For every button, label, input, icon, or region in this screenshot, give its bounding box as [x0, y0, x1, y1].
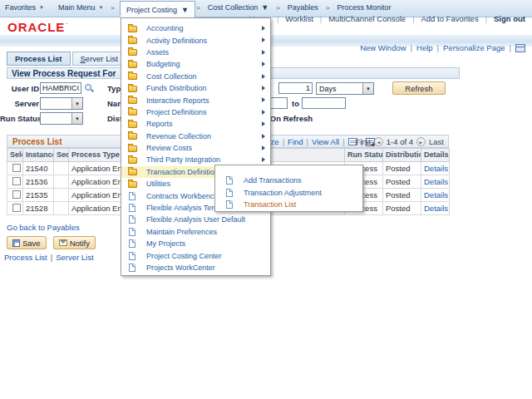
breadcrumb-favorites[interactable]: Favorites▼	[5, 3, 44, 12]
breadcrumb-process-monitor[interactable]: Process Monitor	[337, 3, 392, 12]
menu-item[interactable]: Maintain Preferences	[121, 226, 270, 238]
folder-icon	[128, 145, 137, 152]
select-checkbox[interactable]	[12, 177, 21, 185]
breadcrumb-payables[interactable]: Payables	[288, 3, 318, 12]
menu-item-label: Interactive Reports	[146, 96, 209, 105]
breadcrumb-label: Project Costing	[126, 6, 177, 14]
tab-process-list[interactable]: Process List	[7, 52, 71, 66]
save-button[interactable]: Save	[7, 236, 47, 249]
personalize-page-link[interactable]: Personalize Page	[443, 43, 505, 52]
submenu-item[interactable]: Add Transactions	[215, 175, 362, 187]
menu-item-label: Budgeting	[146, 60, 180, 68]
go-back-link[interactable]: Go back to Payables	[7, 223, 80, 232]
submenu-item[interactable]: Transaction Adjustment	[215, 187, 362, 200]
find-link[interactable]: Find	[288, 137, 303, 146]
menu-item-label: Assets	[146, 48, 169, 57]
next-page-icon[interactable]: ▶	[416, 137, 426, 146]
pagination-first-label: First	[355, 137, 370, 146]
select-checkbox[interactable]	[12, 204, 21, 212]
server-list-link[interactable]: Server List	[56, 253, 93, 262]
divider: |	[437, 43, 439, 52]
select-checkbox[interactable]	[12, 164, 21, 172]
menu-item[interactable]: Cost Collection	[121, 71, 270, 82]
breadcrumb-separator: >	[111, 4, 115, 12]
interval-select[interactable]: Days ▼	[316, 82, 374, 95]
submenu-arrow-icon	[262, 134, 265, 139]
menu-item[interactable]: Revenue Collection	[121, 131, 270, 142]
user-id-input[interactable]	[40, 82, 81, 94]
server-select[interactable]: ▼	[40, 97, 83, 110]
menu-item[interactable]: Review Costs	[121, 142, 270, 154]
breadcrumb-cost-collection[interactable]: Cost Collection▼	[208, 3, 268, 12]
view-all-link[interactable]: View All	[312, 137, 339, 146]
document-icon	[129, 252, 135, 260]
pagination-range: 1-4 of 4	[387, 137, 413, 146]
menu-item[interactable]: Flexible Analysis User Default	[121, 214, 270, 225]
chevron-down-icon: ▼	[362, 83, 373, 94]
select-checkbox[interactable]	[12, 190, 21, 199]
menu-item-label: Reports	[146, 120, 173, 128]
details-link[interactable]: Details	[424, 177, 448, 186]
save-disk-icon	[12, 239, 20, 247]
submenu-item-label: Transaction List	[244, 200, 296, 209]
submenu-arrow-icon	[262, 110, 265, 115]
submenu-item[interactable]: Transaction List	[215, 199, 362, 211]
instance-to-input[interactable]	[302, 97, 346, 109]
menu-item[interactable]: Assets	[121, 47, 270, 58]
add-to-favorites-link[interactable]: Add to Favorites	[421, 14, 478, 23]
chevron-down-icon: ▼	[71, 98, 82, 109]
multichannel-console-link[interactable]: MultiChannel Console	[328, 14, 406, 23]
oracle-logo: ORACLE´	[7, 20, 68, 34]
new-window-link[interactable]: New Window	[360, 43, 406, 52]
breadcrumb-main-menu[interactable]: Main Menu▼	[58, 3, 103, 12]
divider: |	[283, 137, 284, 146]
refresh-button[interactable]: Refresh	[392, 81, 446, 95]
interval-select-value: Days	[317, 85, 362, 93]
tab-label: Server List	[81, 54, 118, 63]
cell-select	[7, 202, 23, 215]
breadcrumb-separator: >	[326, 4, 330, 12]
menu-item[interactable]: Projects WorkCenter	[121, 262, 270, 273]
user-id-lookup-icon[interactable]	[84, 83, 94, 93]
details-link[interactable]: Details	[424, 190, 448, 200]
folder-icon	[128, 86, 137, 92]
menu-item[interactable]: Accounting	[121, 22, 270, 34]
divider: |	[510, 43, 511, 52]
menu-item[interactable]: Funds Distribution	[121, 82, 270, 94]
submenu-arrow-icon	[262, 157, 265, 162]
breadcrumb-project-costing-open[interactable]: Project Costing▼	[120, 1, 195, 17]
run-status-select[interactable]: ▼	[40, 112, 83, 125]
worklist-link[interactable]: Worklist	[285, 14, 313, 23]
notify-button[interactable]: Notify	[53, 236, 96, 249]
last-value-input[interactable]	[278, 82, 313, 94]
details-link[interactable]: Details	[424, 204, 448, 213]
submenu-arrow-icon	[262, 50, 265, 55]
folder-icon	[128, 37, 137, 44]
divider: |	[411, 43, 412, 52]
previous-page-icon[interactable]: ◀	[374, 137, 383, 146]
cell-seq	[54, 202, 69, 215]
help-link[interactable]: Help	[416, 43, 433, 52]
breadcrumb-label: Main Menu	[58, 3, 96, 12]
new-window-grid-icon[interactable]	[515, 44, 525, 52]
process-list-link[interactable]: Process List	[4, 253, 47, 262]
save-button-label: Save	[22, 239, 41, 248]
menu-item[interactable]: Project Costing Center	[121, 249, 270, 261]
run-status-label: Run Status	[0, 114, 39, 123]
cell-select	[7, 189, 23, 202]
menu-item[interactable]: Budgeting	[121, 58, 270, 70]
cell-seq	[54, 189, 69, 202]
submenu-item-label: Add Transactions	[244, 176, 302, 185]
divider: |	[51, 253, 52, 262]
details-link[interactable]: Details	[424, 164, 448, 173]
menu-item[interactable]: Reports	[121, 118, 270, 130]
menu-item[interactable]: Project Definitions	[121, 106, 270, 118]
menu-item[interactable]: Activity Definitions	[121, 34, 270, 46]
menu-item[interactable]: My Projects	[121, 238, 270, 249]
menu-item[interactable]: Interactive Reports	[121, 94, 270, 106]
cell-details: Details	[421, 175, 450, 189]
tab-server-list[interactable]: Server List	[72, 52, 126, 66]
instance-to-label: to	[292, 99, 299, 108]
pagination-last-label: Last	[429, 137, 444, 146]
sign-out-link[interactable]: Sign out	[494, 14, 525, 23]
